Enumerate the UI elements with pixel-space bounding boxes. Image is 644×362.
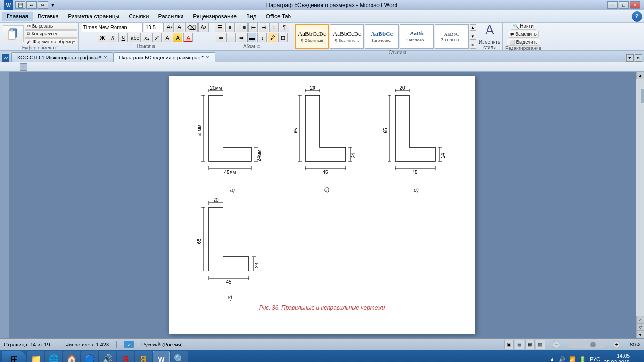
taskbar-yandex2[interactable]: Я [135,351,152,362]
strikethrough-button[interactable]: abc [129,33,141,42]
underline-button[interactable]: Ч [118,33,128,42]
font-color-button[interactable]: A [183,33,193,42]
align-center-button[interactable]: ≡ [226,33,236,42]
style-heading2[interactable]: AaBb Заголово... [400,24,434,49]
start-button[interactable]: ⊞ [2,351,26,362]
change-styles-button[interactable]: Изменитьстили [479,40,500,50]
tab-para-close[interactable]: ✕ [206,55,209,60]
taskbar-yandex-browser[interactable]: Я [117,351,134,362]
taskbar-word[interactable]: W [153,351,170,362]
replace-button[interactable]: ⇄ Заменить [508,31,539,38]
multilevel-button[interactable]: ⋮≡ [236,23,248,32]
zoom-out-button[interactable]: − [553,341,560,348]
font-name-input[interactable] [82,23,143,32]
menu-references[interactable]: Ссылки [124,12,153,21]
close-button[interactable]: ✕ [630,1,640,9]
styles-scroll-up[interactable]: ▲ [470,24,476,31]
highlight-button[interactable]: A [173,33,182,42]
increase-indent-button[interactable]: ⇥ [259,23,268,32]
text-effect-button[interactable]: A [163,33,172,42]
scroll-down-button[interactable]: ▼ [636,331,644,338]
scroll-thumb[interactable] [641,89,644,103]
view-print-layout[interactable]: ▣ [504,340,514,349]
menu-office-tab[interactable]: Office Tab [261,12,296,21]
taskbar-search[interactable]: 🔍 [171,351,188,362]
sort-button[interactable]: ↕ [269,23,279,32]
bold-button[interactable]: Ж [98,33,107,42]
menu-insert[interactable]: Вставка [33,12,64,21]
style-heading3[interactable]: AaBbC Заголово... [435,24,469,49]
style-no-spacing[interactable]: AaBbCcDc ¶ Без инте... [330,24,364,49]
taskbar-explorer[interactable]: 📁 [27,351,44,362]
superscript-button[interactable]: x² [152,33,162,42]
help-button[interactable]: ? [632,11,642,22]
quick-access-redo[interactable]: ↪ [38,1,48,9]
select-button[interactable]: ⬜ Выделить [507,39,540,46]
font-size-input[interactable] [144,23,164,32]
change-styles-icon[interactable]: A [485,23,494,38]
show-desktop-button[interactable] [636,352,638,362]
menu-view[interactable]: Вид [241,12,261,21]
tray-sound[interactable]: 🔊 [559,356,565,362]
change-case-button[interactable]: Aa [198,23,208,32]
styles-scroll-down[interactable]: ▼ [470,33,476,40]
quick-access-undo[interactable]: ↩ [26,1,37,9]
taskbar-home[interactable]: 🏠 [63,351,80,362]
borders-button[interactable]: ⊞ [278,33,288,42]
taskbar-sound[interactable]: 🔊 [99,351,116,362]
tab-kos-close[interactable]: ✕ [103,55,107,60]
align-left-button[interactable]: ⬅ [216,33,225,42]
minimize-button[interactable]: ─ [607,1,618,9]
style-normal[interactable]: AaBbCcDc ¶ Обычный [295,24,329,49]
font-shrink-button[interactable]: A- [175,23,184,32]
font-expand-icon[interactable]: ⊡ [152,44,155,49]
view-outline[interactable]: ▩ [536,340,545,349]
shading-button[interactable]: 🖊 [268,33,277,42]
format-painter-button[interactable]: 🖌 Формат по образцу [25,38,77,45]
clear-format-button[interactable]: ⌫ [185,23,198,32]
clipboard-expand-icon[interactable]: ⊡ [55,46,58,50]
tab-kos[interactable]: КОС ОП.01 Инженерная графика * ✕ [11,52,113,62]
maximize-button[interactable]: □ [619,1,629,9]
scroll-up-button[interactable]: ▲ [636,72,644,79]
styles-dropdown[interactable]: ≡ [470,42,476,49]
find-button[interactable]: 🔍 Найти [511,23,536,30]
menu-home[interactable]: Главная [2,12,33,21]
numbering-button[interactable]: ≡ [225,23,235,32]
bullets-button[interactable]: ☰ [215,23,224,32]
tab-close-all[interactable]: ✕ [635,54,642,62]
taskbar-chrome[interactable]: 🔵 [81,351,98,362]
subscript-button[interactable]: x₂ [142,33,151,42]
zoom-in-button[interactable]: + [613,341,620,348]
scroll-page-up[interactable]: △ [636,316,644,323]
quick-access-dropdown[interactable]: ▼ [49,1,57,9]
cut-button[interactable]: ✂ Вырезать [25,23,77,30]
italic-button[interactable]: К [108,33,117,42]
menu-page-layout[interactable]: Разметка страницы [63,12,124,21]
copy-button[interactable]: ⧉ Копировать [25,30,77,38]
justify-button[interactable]: ▬ [247,33,256,42]
tab-stop-indicator[interactable]: L [20,63,27,71]
quick-access-save[interactable]: 💾 [15,1,25,9]
menu-review[interactable]: Рецензирование [188,12,241,21]
tray-lang[interactable]: РУС [590,356,600,362]
view-web[interactable]: ▦ [525,340,535,349]
font-grow-button[interactable]: A+ [165,23,174,32]
spell-check-icon[interactable]: ✓ [124,341,134,348]
decrease-indent-button[interactable]: ⇤ [248,23,258,32]
pilcrow-button[interactable]: ¶ [280,23,289,32]
align-right-button[interactable]: ➡ [237,33,246,42]
zoom-slider[interactable] [568,341,605,348]
paste-button[interactable] [3,25,24,42]
taskbar-ie[interactable]: 🌐 [45,351,62,362]
tray-network[interactable]: 📶 [569,356,576,362]
paragraph-expand-icon[interactable]: ⊡ [257,44,261,49]
style-heading1[interactable]: AaBbCc Заголово... [365,24,399,49]
zoom-thumb[interactable] [590,342,596,347]
styles-expand-icon[interactable]: ⊡ [403,50,406,55]
view-fullscreen[interactable]: ▤ [515,340,524,349]
tray-notifications[interactable]: ▲ [549,356,555,362]
tray-battery[interactable]: 🔋 [579,356,586,362]
tab-list-button[interactable]: ▼ [626,54,634,62]
menu-mailings[interactable]: Рассылки [153,12,188,21]
